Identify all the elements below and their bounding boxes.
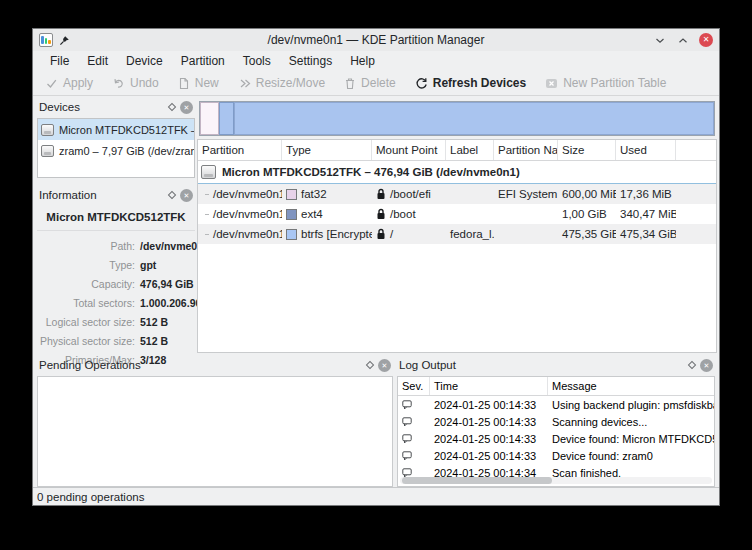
log-output-header: Log Output ✕ bbox=[397, 355, 715, 375]
partition-segment-boot[interactable] bbox=[219, 102, 234, 135]
fs-color-swatch bbox=[286, 189, 297, 200]
title-bar[interactable]: /dev/nvme0n1 — KDE Partition Manager ✕ bbox=[33, 29, 719, 51]
drive-icon bbox=[41, 124, 54, 136]
kde-partition-manager-window: /dev/nvme0n1 — KDE Partition Manager ✕ F… bbox=[32, 28, 720, 506]
menu-help[interactable]: Help bbox=[341, 52, 384, 70]
info-label: Capacity: bbox=[37, 278, 135, 290]
close-panel-icon[interactable]: ✕ bbox=[180, 189, 193, 202]
menu-partition[interactable]: Partition bbox=[172, 52, 234, 70]
device-group-row[interactable]: Micron MTFDKCD512TFK – 476,94 GiB (/dev/… bbox=[198, 161, 716, 184]
col-partition-name[interactable]: Partition Nam bbox=[494, 140, 558, 160]
log-row[interactable]: 2024-01-25 00:14:33 Using backend plugin… bbox=[398, 396, 714, 413]
lock-icon bbox=[376, 208, 386, 220]
resize-move-icon bbox=[238, 77, 251, 90]
info-bubble-icon bbox=[402, 400, 412, 410]
partition-segment-efi[interactable] bbox=[200, 102, 219, 135]
main-content: Devices ✕ Micron MTFDKCD512TFK – 4... zr… bbox=[33, 96, 719, 487]
devices-panel-header: Devices ✕ bbox=[37, 97, 195, 117]
menu-tools[interactable]: Tools bbox=[234, 52, 280, 70]
info-label: Physical sector size: bbox=[37, 335, 135, 347]
log-output-title: Log Output bbox=[399, 359, 689, 371]
menu-file[interactable]: File bbox=[41, 52, 78, 70]
col-used[interactable]: Used bbox=[616, 140, 676, 160]
log-table-header[interactable]: Sev. Time Message bbox=[398, 377, 714, 396]
information-panel-title: Information bbox=[39, 189, 169, 201]
info-label: Path: bbox=[37, 240, 135, 252]
scrollbar-thumb[interactable] bbox=[402, 477, 552, 484]
new-button: New bbox=[178, 76, 219, 90]
fs-color-swatch bbox=[286, 209, 297, 220]
device-view: Partition Type Mount Point Label Partiti… bbox=[197, 96, 717, 354]
partition-segment-root[interactable] bbox=[234, 102, 714, 135]
partition-bar[interactable] bbox=[199, 101, 715, 136]
refresh-devices-button[interactable]: Refresh Devices bbox=[415, 76, 526, 90]
delete-button: Delete bbox=[344, 76, 396, 90]
info-label: Total sectors: bbox=[37, 297, 135, 309]
float-panel-icon[interactable] bbox=[688, 361, 696, 369]
menu-bar: File Edit Device Partition Tools Setting… bbox=[33, 51, 719, 71]
info-bubble-icon bbox=[402, 417, 412, 427]
col-size[interactable]: Size bbox=[558, 140, 616, 160]
apply-check-icon bbox=[45, 77, 58, 90]
col-type[interactable]: Type bbox=[282, 140, 372, 160]
devices-panel: Devices ✕ Micron MTFDKCD512TFK – 4... zr… bbox=[37, 97, 195, 178]
float-panel-icon[interactable] bbox=[168, 191, 176, 199]
col-mount-point[interactable]: Mount Point bbox=[372, 140, 446, 160]
log-output-table: Sev. Time Message 2024-01-25 00:14:33 Us… bbox=[397, 376, 715, 487]
menu-settings[interactable]: Settings bbox=[280, 52, 341, 70]
pending-operations-title: Pending Operations bbox=[39, 359, 367, 371]
maximize-button[interactable] bbox=[676, 33, 690, 47]
table-row-efi[interactable]: /dev/nvme0n1... fat32 /boot/efi EFI Syst… bbox=[198, 184, 716, 204]
device-item-micron[interactable]: Micron MTFDKCD512TFK – 4... bbox=[38, 119, 194, 140]
pending-operations-list bbox=[37, 376, 393, 487]
apply-button: Apply bbox=[45, 76, 93, 90]
pending-operations-panel: Pending Operations ✕ bbox=[37, 355, 393, 487]
minimize-button[interactable] bbox=[653, 33, 667, 47]
undo-icon bbox=[112, 77, 125, 90]
log-row[interactable]: 2024-01-25 00:14:33 Scanning devices... bbox=[398, 413, 714, 430]
col-time[interactable]: Time bbox=[430, 377, 548, 395]
info-fields: Path: /dev/nvme0n1 Type: gpt Capacity: 4… bbox=[37, 231, 195, 366]
info-label: Type: bbox=[37, 259, 135, 271]
new-document-icon bbox=[178, 77, 190, 90]
info-label: Logical sector size: bbox=[37, 316, 135, 328]
col-message[interactable]: Message bbox=[548, 377, 714, 395]
pending-operations-count: 0 pending operations bbox=[37, 491, 144, 503]
toolbar: Apply Undo New Resize/Move Delete Refres… bbox=[33, 71, 719, 96]
pin-icon[interactable] bbox=[59, 35, 70, 46]
table-row-root[interactable]: /dev/nvme0n1... btrfs [Encrypted] / fedo… bbox=[198, 224, 716, 244]
pending-operations-header: Pending Operations ✕ bbox=[37, 355, 393, 375]
information-panel-header: Information ✕ bbox=[37, 185, 195, 205]
new-partition-table-icon bbox=[545, 77, 558, 90]
window-title: /dev/nvme0n1 — KDE Partition Manager bbox=[133, 33, 619, 47]
info-bubble-icon bbox=[402, 434, 412, 444]
log-row[interactable]: 2024-01-25 00:14:33 Device found: Micron… bbox=[398, 430, 714, 447]
menu-device[interactable]: Device bbox=[117, 52, 172, 70]
col-label[interactable]: Label bbox=[446, 140, 494, 160]
partition-table-header[interactable]: Partition Type Mount Point Label Partiti… bbox=[198, 140, 716, 161]
refresh-icon bbox=[415, 77, 428, 90]
float-panel-icon[interactable] bbox=[366, 361, 374, 369]
log-output-panel: Log Output ✕ Sev. Time Message 2024-01-2… bbox=[397, 355, 715, 487]
log-row[interactable]: 2024-01-25 00:14:33 Device found: zram0 bbox=[398, 447, 714, 464]
drive-icon bbox=[41, 145, 54, 157]
close-panel-icon[interactable]: ✕ bbox=[700, 359, 713, 372]
devices-panel-title: Devices bbox=[39, 101, 169, 113]
menu-edit[interactable]: Edit bbox=[78, 52, 117, 70]
table-row-boot[interactable]: /dev/nvme0n1... ext4 /boot 1,00 GiB 340,… bbox=[198, 204, 716, 224]
close-panel-icon[interactable]: ✕ bbox=[180, 101, 193, 114]
partition-table: Partition Type Mount Point Label Partiti… bbox=[197, 139, 717, 353]
info-device-name: Micron MTFDKCD512TFK bbox=[37, 205, 195, 231]
close-panel-icon[interactable]: ✕ bbox=[378, 359, 391, 372]
drive-icon bbox=[201, 165, 216, 179]
horizontal-scrollbar[interactable] bbox=[400, 477, 712, 484]
col-partition[interactable]: Partition bbox=[198, 140, 282, 160]
close-icon[interactable]: ✕ bbox=[699, 33, 713, 47]
undo-button: Undo bbox=[112, 76, 159, 90]
float-panel-icon[interactable] bbox=[168, 103, 176, 111]
devices-list: Micron MTFDKCD512TFK – 4... zram0 – 7,97… bbox=[37, 118, 195, 178]
col-severity[interactable]: Sev. bbox=[398, 377, 430, 395]
information-panel: Information ✕ Micron MTFDKCD512TFK Path:… bbox=[37, 185, 195, 366]
trash-icon bbox=[344, 77, 356, 90]
device-item-zram0[interactable]: zram0 – 7,97 GiB (/dev/zram0) bbox=[38, 140, 194, 161]
